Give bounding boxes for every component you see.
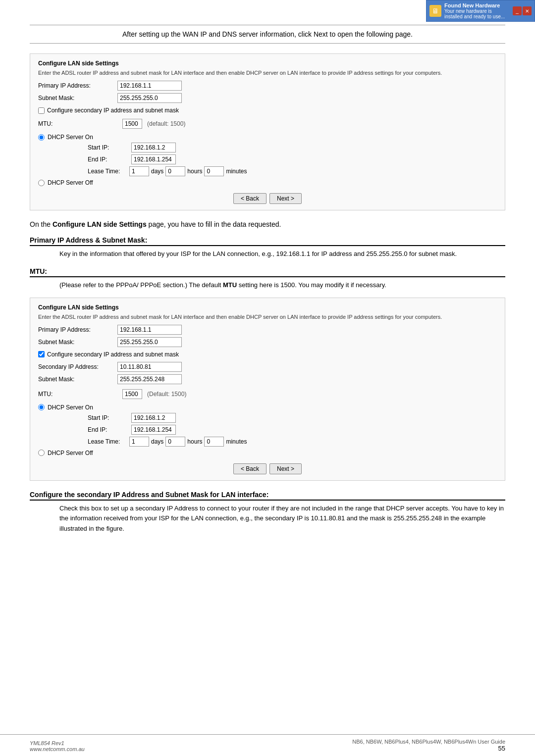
start-ip-input[interactable] <box>131 143 176 152</box>
panel2-secondary-subnet-row: Subnet Mask: <box>38 374 497 384</box>
primary-ip-heading: Primary IP Address & Subnet Mask: <box>30 236 505 246</box>
lease-time-label: Lease Time: <box>88 168 127 175</box>
minimize-button[interactable]: _ <box>513 6 522 15</box>
panel2-dhcp-off-row: DHCP Server Off <box>38 450 497 456</box>
main-content: After setting up the WAN IP and DNS serv… <box>0 0 535 581</box>
end-ip-row: End IP: <box>88 154 497 164</box>
lease-hours-input[interactable] <box>165 166 185 176</box>
panel2-secondary-ip-label: Secondary IP Address: <box>38 363 117 370</box>
panel2-dhcp-section: DHCP Server On Start IP: End IP: Lease T… <box>38 404 497 456</box>
footer-guide-title: NB6, NB6W, NB6Plus4, NB6Plus4W, NB6Plus4… <box>352 739 505 745</box>
panel2-lease-days-input[interactable] <box>129 437 149 447</box>
section1-bold: Configure LAN side Settings <box>53 220 147 228</box>
panel2-lease-hours-input[interactable] <box>165 437 185 447</box>
panel2-end-ip-label: End IP: <box>88 426 127 433</box>
panel2-lease-minutes-label: minutes <box>226 438 247 445</box>
hardware-icon: 🖥 <box>429 5 441 17</box>
section1-text: On the Configure LAN side Settings page,… <box>30 220 505 228</box>
panel2-start-ip-input[interactable] <box>131 413 176 423</box>
panel2-next-button[interactable]: Next > <box>269 463 302 474</box>
lease-days-label: days <box>151 168 163 175</box>
mtu-heading: MTU: <box>30 267 505 277</box>
mtu-label: MTU: <box>38 120 117 127</box>
secondary-checkbox-row: Configure secondary IP address and subne… <box>38 107 497 114</box>
panel2-subnet-mask-row: Subnet Mask: <box>38 337 497 347</box>
lease-time-row: Lease Time: days hours minutes <box>88 166 497 176</box>
lease-minutes-label: minutes <box>226 168 247 175</box>
start-ip-label: Start IP: <box>88 144 127 151</box>
panel2-start-ip-row: Start IP: <box>88 413 497 423</box>
dhcp-off-radio[interactable] <box>38 180 45 186</box>
lease-hours-label: hours <box>187 168 202 175</box>
panel2-secondary-subnet-input[interactable] <box>117 374 182 384</box>
panel2-dhcp-on-radio[interactable] <box>38 404 45 410</box>
mtu-input[interactable] <box>122 119 142 129</box>
panel2-subnet-mask-input[interactable] <box>117 337 182 347</box>
dhcp-fields: Start IP: End IP: Lease Time: days hours… <box>88 143 497 176</box>
footer-page: 55 <box>352 745 505 752</box>
panel2-secondary-ip-input[interactable] <box>117 362 182 372</box>
dhcp-off-label: DHCP Server Off <box>48 179 93 186</box>
panel1-next-button[interactable]: Next > <box>269 193 302 204</box>
end-ip-input[interactable] <box>131 154 176 164</box>
secondary-ip-body: Check this box to set up a secondary IP … <box>59 504 505 534</box>
primary-ip-row: Primary IP Address: <box>38 81 497 91</box>
lease-days-input[interactable] <box>129 166 149 176</box>
panel2-secondary-checkbox-label: Configure secondary IP address and subne… <box>47 351 179 358</box>
panel2-lease-hours-label: hours <box>187 438 202 445</box>
panel2-title: Configure LAN side Settings <box>38 304 497 311</box>
panel1-title: Configure LAN side Settings <box>38 60 497 67</box>
footer-model: YML854 Rev1 <box>30 740 85 746</box>
panel2-dhcp-on-label: DHCP Server On <box>48 404 93 411</box>
dhcp-section: DHCP Server On Start IP: End IP: Lease T… <box>38 134 497 186</box>
config-panel-1: Configure LAN side Settings Enter the AD… <box>30 53 505 210</box>
panel2-subnet-mask-label: Subnet Mask: <box>38 339 117 346</box>
panel1-desc: Enter the ADSL router IP address and sub… <box>38 70 497 76</box>
panel2-button-row: < Back Next > <box>38 463 497 474</box>
end-ip-label: End IP: <box>88 156 127 163</box>
footer-right: NB6, NB6W, NB6Plus4, NB6Plus4W, NB6Plus4… <box>352 739 505 752</box>
panel2-lease-time-label: Lease Time: <box>88 438 127 445</box>
panel2-dhcp-off-label: DHCP Server Off <box>48 450 93 456</box>
panel2-lease-minutes-input[interactable] <box>204 437 224 447</box>
footer-website: www.netcomm.com.au <box>30 746 85 752</box>
mtu-body: (Please refer to the PPPoA/ PPPoE sectio… <box>59 280 505 291</box>
panel2-dhcp-off-radio[interactable] <box>38 450 45 456</box>
panel2-dhcp-on-row: DHCP Server On <box>38 404 497 411</box>
panel2-lease-time-row: Lease Time: days hours minutes <box>88 437 497 447</box>
dhcp-on-label: DHCP Server On <box>48 134 93 141</box>
dhcp-on-row: DHCP Server On <box>38 134 497 141</box>
primary-ip-input[interactable] <box>117 81 182 91</box>
panel1-back-button[interactable]: < Back <box>233 193 267 204</box>
panel2-secondary-ip-checkbox[interactable] <box>38 351 45 357</box>
secondary-ip-checkbox[interactable] <box>38 107 45 114</box>
primary-ip-body: Key in the information that offered by y… <box>59 249 505 259</box>
dhcp-off-row: DHCP Server Off <box>38 179 497 186</box>
notification-actions: _ ✕ <box>513 6 532 15</box>
notification-bar: 🖥 Found New Hardware Your new hardware i… <box>426 0 535 22</box>
panel2-secondary-ip-row: Secondary IP Address: <box>38 362 497 372</box>
panel2-mtu-row: MTU: (Default: 1500) <box>38 389 497 399</box>
panel2-mtu-input[interactable] <box>122 389 142 399</box>
panel2-end-ip-row: End IP: <box>88 425 497 435</box>
panel2-primary-ip-input[interactable] <box>117 325 182 335</box>
close-button[interactable]: ✕ <box>523 6 532 15</box>
mtu-default: (default: 1500) <box>147 120 185 127</box>
panel2-secondary-subnet-label: Subnet Mask: <box>38 376 117 383</box>
panel2-end-ip-input[interactable] <box>131 425 176 435</box>
panel2-start-ip-label: Start IP: <box>88 414 127 421</box>
panel2-mtu-label: MTU: <box>38 391 117 398</box>
secondary-checkbox-label: Configure secondary IP address and subne… <box>47 107 179 114</box>
panel2-secondary-checkbox-row: Configure secondary IP address and subne… <box>38 351 497 358</box>
dhcp-on-radio[interactable] <box>38 134 45 141</box>
footer-left: YML854 Rev1 www.netcomm.com.au <box>30 740 85 752</box>
start-ip-row: Start IP: <box>88 143 497 152</box>
panel2-primary-ip-label: Primary IP Address: <box>38 326 117 333</box>
subnet-mask-input[interactable] <box>117 93 182 103</box>
panel2-desc: Enter the ADSL router IP address and sub… <box>38 314 497 320</box>
panel1-button-row: < Back Next > <box>38 193 497 204</box>
intro-text: After setting up the WAN IP and DNS serv… <box>30 25 505 44</box>
subnet-mask-label: Subnet Mask: <box>38 95 117 101</box>
panel2-back-button[interactable]: < Back <box>233 463 267 474</box>
lease-minutes-input[interactable] <box>204 166 224 176</box>
